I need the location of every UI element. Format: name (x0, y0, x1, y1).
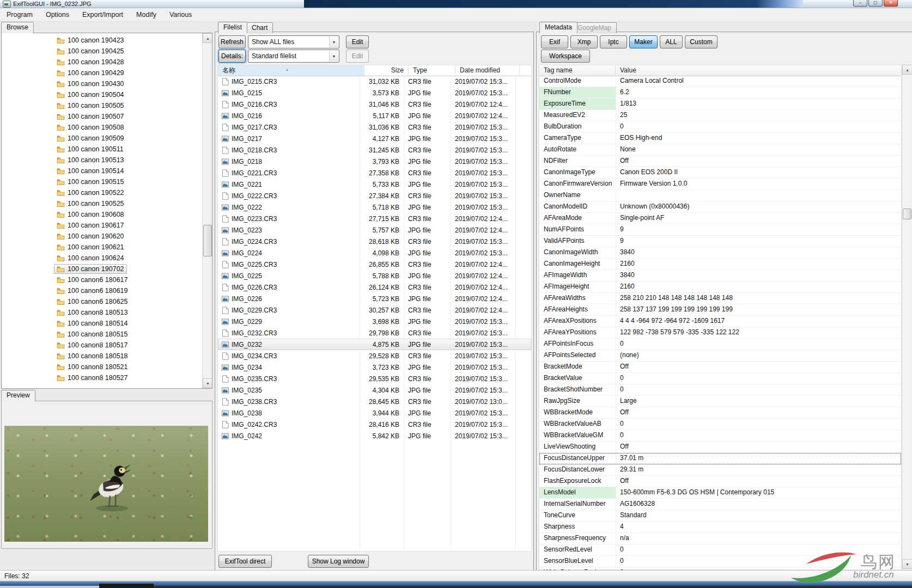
folder-tree-item[interactable]: 100 canon 190430 (2, 78, 202, 89)
tree-scrollbar[interactable]: ▲ ▼ (202, 33, 212, 388)
scroll-up-arrow[interactable]: ▲ (902, 65, 912, 75)
file-row[interactable]: IMG_0229 3,698 KB JPG file 2019/07/02 15… (218, 316, 531, 327)
file-row[interactable]: IMG_0242.CR3 28,416 KB CR3 file 2019/07/… (218, 419, 531, 430)
xmp-button[interactable]: Xmp (570, 35, 598, 48)
folder-tree-item[interactable]: 100 canon6 180625 (2, 296, 202, 307)
menu-export-import[interactable]: Export/Import (76, 8, 130, 21)
column-header-value[interactable]: Value (616, 65, 901, 76)
metadata-row[interactable]: FNumber 6.2 (539, 87, 901, 99)
folder-tree-item[interactable]: 100 canon6 180619 (2, 285, 202, 296)
file-row[interactable]: IMG_0222.CR3 27,384 KB CR3 file 2019/07/… (218, 190, 531, 201)
file-filter-select[interactable]: Show ALL files ▼ (248, 35, 339, 48)
file-row[interactable]: IMG_0225.CR3 26,855 KB CR3 file 2019/07/… (218, 259, 531, 270)
chevron-down-icon[interactable]: ▼ (329, 51, 338, 62)
metadata-row[interactable]: AFAreaYPositions 122 982 -738 579 579 -3… (539, 327, 901, 339)
folder-tree-item[interactable]: 100 canon 190525 (2, 198, 202, 209)
chevron-down-icon[interactable]: ▼ (329, 36, 338, 47)
folder-tree-item[interactable]: 100 canon8 180521 (2, 362, 202, 372)
file-row[interactable]: IMG_0242 5,842 KB JPG file 2019/07/02 15… (218, 430, 531, 442)
metadata-row[interactable]: FlashExposureLock Off (539, 476, 901, 487)
all-button[interactable]: ALL (660, 35, 683, 48)
file-row[interactable]: IMG_0238 3,944 KB JPG file 2019/07/02 15… (218, 407, 531, 419)
file-row[interactable]: IMG_0234 3,723 KB JPG file 2019/07/02 15… (218, 362, 531, 373)
folder-tree-item[interactable]: 100 canon 190513 (2, 155, 202, 166)
metadata-row[interactable]: LiveViewShooting Off (539, 442, 901, 453)
metadata-row[interactable]: WBBracketValueGM 0 (539, 430, 901, 442)
metadata-row[interactable]: ValidAFPoints 9 (539, 236, 901, 247)
folder-tree-item[interactable]: 100 canon8 180515 (2, 329, 202, 340)
folder-tree-item[interactable]: 100 canon 190505 (2, 100, 202, 111)
file-row[interactable]: IMG_0223 5,757 KB JPG file 2019/07/02 12… (218, 224, 531, 236)
metadata-row[interactable]: BracketShotNumber 0 (539, 384, 901, 396)
iptc-button[interactable]: Iptc (600, 35, 627, 48)
column-header-size[interactable]: Size (364, 65, 409, 76)
metadata-row[interactable]: AFPointsSelected (none) (539, 350, 901, 362)
metadata-row[interactable]: BracketMode Off (539, 362, 901, 373)
tree-scrollbar-thumb[interactable] (203, 225, 212, 256)
file-row[interactable]: IMG_0225 5,788 KB JPG file 2019/07/02 12… (218, 270, 531, 281)
file-row[interactable]: IMG_0217 4,127 KB JPG file 2019/07/02 15… (218, 133, 531, 144)
metadata-row[interactable]: OwnerName (539, 190, 901, 201)
metadata-row[interactable]: AutoRotate None (539, 144, 901, 156)
metadata-row[interactable]: SensorBlueLevel 0 (539, 556, 901, 567)
metadata-row[interactable]: AFImageWidth 3840 (539, 270, 901, 281)
metadata-row[interactable]: AFPointsInFocus 0 (539, 339, 901, 350)
tab-googlemap[interactable]: GoogleMap (572, 22, 617, 33)
tab-metadata[interactable]: Metadata (539, 22, 577, 33)
file-row[interactable]: IMG_0232 4,875 KB JPG file 2019/07/02 15… (218, 339, 531, 350)
file-row[interactable]: IMG_0218 3,793 KB JPG file 2019/07/02 15… (218, 156, 531, 167)
tab-browse[interactable]: Browse (1, 22, 34, 33)
metadata-row[interactable]: ControlMode Camera Local Control (539, 76, 901, 87)
tab-chart[interactable]: Chart (246, 22, 273, 33)
menu-modify[interactable]: Modify (130, 8, 163, 21)
metadata-row[interactable]: CanonImageType Canon EOS 200D II (539, 167, 901, 179)
minimize-button[interactable]: – (853, 0, 867, 7)
details-button[interactable]: Details: (218, 50, 246, 63)
metadata-row[interactable]: ExposureTime 1/813 (539, 99, 901, 110)
tab-preview[interactable]: Preview (1, 390, 35, 401)
scroll-down-arrow[interactable]: ▼ (203, 378, 212, 388)
file-row[interactable]: IMG_0222 5,718 KB JPG file 2019/07/02 15… (218, 201, 531, 213)
metadata-row[interactable]: LensModel 150-600mm F5-6.3 DG OS HSM | C… (539, 487, 901, 499)
edit-filter-button[interactable]: Edit (346, 35, 369, 48)
folder-tree-item[interactable]: 100 canon 190617 (2, 220, 202, 231)
file-row[interactable]: IMG_0216.CR3 31,046 KB CR3 file 2019/07/… (218, 99, 531, 110)
folder-tree-item[interactable]: 100 canon 190511 (2, 144, 202, 155)
file-row[interactable]: IMG_0224 4,098 KB JPG file 2019/07/02 15… (218, 247, 531, 259)
folder-tree-item[interactable]: 100 canon8 180513 (2, 307, 202, 318)
metadata-row[interactable]: ToneCurve Standard (539, 510, 901, 522)
file-row[interactable]: IMG_0229.CR3 30,257 KB CR3 file 2019/07/… (218, 304, 531, 316)
metadata-row[interactable]: CanonFirmwareVersion Firmware Version 1.… (539, 179, 901, 190)
file-row[interactable]: IMG_0221.CR3 27,358 KB CR3 file 2019/07/… (218, 167, 531, 179)
file-row[interactable]: IMG_0223.CR3 27,715 KB CR3 file 2019/07/… (218, 213, 531, 224)
file-row[interactable]: IMG_0235.CR3 29,535 KB CR3 file 2019/07/… (218, 373, 531, 384)
metadata-row[interactable]: InternalSerialNumber AG1606328 (539, 499, 901, 510)
metadata-row[interactable]: AFAreaMode Single-point AF (539, 213, 901, 224)
file-row[interactable]: IMG_0238.CR3 28,645 KB CR3 file 2019/07/… (218, 396, 531, 407)
file-row[interactable]: IMG_0215 3,573 KB JPG file 2019/07/02 15… (218, 87, 531, 99)
metadata-row[interactable]: SensorRedLevel 0 (539, 544, 901, 556)
folder-tree-item[interactable]: 100 canon 190522 (2, 187, 202, 198)
file-row[interactable]: IMG_0218.CR3 31,245 KB CR3 file 2019/07/… (218, 144, 531, 156)
exif-button[interactable]: Exif (541, 35, 568, 48)
folder-tree-item[interactable]: 100 canon6 180617 (2, 274, 202, 285)
metadata-row[interactable]: AFAreaWidths 258 210 210 148 148 148 148… (539, 293, 901, 304)
scroll-down-arrow[interactable]: ▼ (902, 559, 912, 569)
metadata-row[interactable]: MeasuredEV2 25 (539, 110, 901, 121)
metadata-row[interactable]: FocusDistanceLower 29.31 m (539, 464, 901, 476)
scroll-up-arrow[interactable]: ▲ (203, 33, 212, 43)
metadata-row[interactable]: NDFilter Off (539, 156, 901, 167)
folder-tree-item[interactable]: 100 canon 190514 (2, 166, 202, 176)
folder-tree-item[interactable]: 100 canon 190621 (2, 242, 202, 253)
close-button[interactable]: ✕ (884, 0, 898, 7)
folder-tree-item[interactable]: 100 canon 190608 (2, 209, 202, 220)
metadata-row[interactable]: AFAreaHeights 258 137 137 199 199 199 19… (539, 304, 901, 316)
custom-button[interactable]: Custom (685, 35, 718, 48)
metadata-row[interactable]: WBBracketValueAB 0 (539, 419, 901, 430)
metadata-row[interactable]: CanonImageHeight 2160 (539, 259, 901, 270)
folder-tree-item[interactable]: 100 canon 190429 (2, 68, 202, 78)
folder-tree-item[interactable]: 100 canon 190428 (2, 57, 202, 68)
metadata-scrollbar[interactable]: ▲ ▼ (902, 65, 911, 569)
file-row[interactable]: IMG_0224.CR3 28,618 KB CR3 file 2019/07/… (218, 236, 531, 247)
metadata-row[interactable]: CameraType EOS High-end (539, 133, 901, 144)
